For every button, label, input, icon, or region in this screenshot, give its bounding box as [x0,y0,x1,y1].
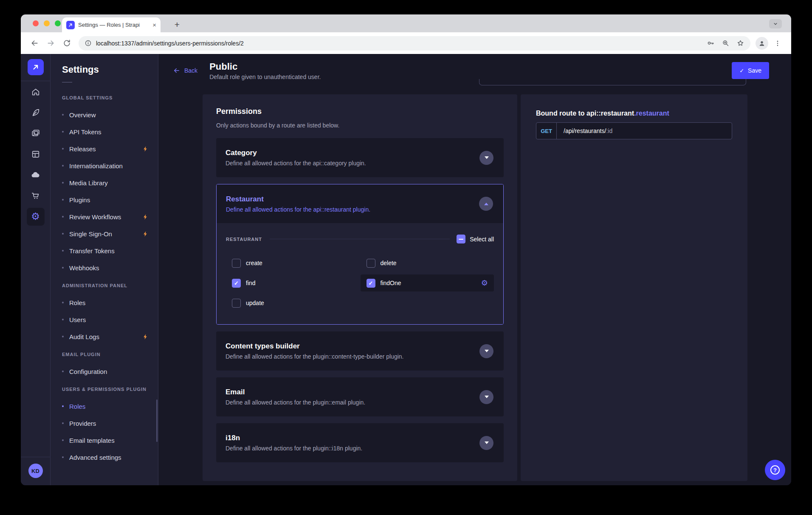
forward-icon[interactable] [44,37,57,50]
chevron-down-icon[interactable] [479,151,493,165]
browser-menu-icon[interactable] [771,37,784,50]
checkbox-unchecked[interactable] [367,259,375,268]
reload-icon[interactable] [60,37,73,50]
sidebar-item-plugins[interactable]: Plugins [51,191,158,208]
accordion-description: Define all allowed actions for the api::… [226,160,479,167]
bullet-icon [62,456,64,458]
sidebar-item-api-tokens[interactable]: API Tokens [51,123,158,140]
lightning-icon [142,334,149,340]
accordion-category-header[interactable]: Category Define all allowed actions for … [216,138,504,177]
browser-profile-icon[interactable] [756,37,768,50]
close-window-button[interactable] [33,20,39,26]
accordion-ctb-header[interactable]: Content types builder Define all allowed… [216,331,504,371]
sidebar-item-audit-logs[interactable]: Audit Logs [51,328,158,345]
route-path-main: /api/restaurants/ [564,127,606,134]
maximize-window-button[interactable] [55,20,61,26]
site-info-icon[interactable] [85,40,92,47]
settings-gear-icon[interactable]: ⚙ [21,206,51,227]
checkbox-checked[interactable]: ✓ [367,279,375,288]
sidebar-item-overview[interactable]: Overview [51,106,158,123]
home-icon[interactable] [21,81,51,102]
sidebar-item-webhooks[interactable]: Webhooks [51,259,158,276]
action-delete[interactable]: delete [361,255,494,272]
accordion-email-header[interactable]: Email Define all allowed actions for the… [216,377,504,416]
strapi-logo-icon[interactable] [28,59,44,75]
save-button[interactable]: ✓ Save [732,62,769,79]
sidebar-item-admin-roles[interactable]: Roles [51,294,158,311]
sidebar-item-media-library[interactable]: Media Library [51,174,158,191]
accordion-title: Restaurant [226,195,479,204]
url-field[interactable]: localhost:1337/admin/settings/users-perm… [79,36,750,51]
gear-icon[interactable]: ⚙ [481,278,488,288]
chevron-down-icon[interactable] [479,436,493,450]
sidebar-item-transfer-tokens[interactable]: Transfer Tokens [51,242,158,259]
bullet-icon [62,131,64,133]
accordion-restaurant-header[interactable]: Restaurant Define all allowed actions fo… [217,184,503,223]
sidebar-item-label: Roles [69,299,85,306]
accordion-i18n-header[interactable]: i18n Define all allowed actions for the … [216,423,504,462]
route-path: /api/restaurants/:id [557,127,612,134]
bullet-icon [62,250,64,252]
browser-window: Settings — Roles | Strapi × + [21,14,791,485]
back-icon[interactable] [28,37,41,50]
chevron-up-icon[interactable] [479,197,493,211]
sidebar-item-review-workflows[interactable]: Review Workflows [51,208,158,225]
settings-subnav: Settings GLOBAL SETTINGS Overview API To… [51,54,158,485]
scrolled-input-bottom-edge [479,79,746,85]
permissions-subtitle: Only actions bound by a route are listed… [216,122,504,129]
action-find[interactable]: ✓ find [226,274,360,291]
user-avatar[interactable]: KD [28,464,43,478]
zoom-icon[interactable] [722,39,730,47]
checkbox-checked[interactable]: ✓ [232,279,241,288]
sidebar-item-providers[interactable]: Providers [51,415,158,432]
sidebar-item-email-templates[interactable]: Email templates [51,432,158,449]
window-controls[interactable] [33,20,61,26]
sidebar-item-admin-users[interactable]: Users [51,311,158,328]
new-tab-button[interactable]: + [171,18,183,31]
subnav-divider [62,82,72,82]
sidebar-item-single-sign-on[interactable]: Single Sign-On [51,225,158,242]
page-subtitle: Default role given to unauthenticated us… [209,74,321,80]
sidebar-item-internationalization[interactable]: Internationalization [51,157,158,174]
tab-close-icon[interactable]: × [152,21,156,28]
subnav-scrollbar[interactable] [156,399,158,442]
checkbox-unchecked[interactable] [232,259,241,268]
media-library-icon[interactable] [21,123,51,144]
accordion-title: Content types builder [226,342,479,351]
sidebar-item-up-roles[interactable]: Roles [51,398,158,415]
marketplace-cart-icon[interactable] [21,185,51,206]
browser-toolbar: localhost:1337/admin/settings/users-perm… [21,32,791,54]
accordion-titles: Category Define all allowed actions for … [226,149,479,167]
select-all-checkbox[interactable] [457,235,465,243]
bullet-icon [62,439,64,441]
url-text[interactable]: localhost:1337/admin/settings/users-perm… [96,40,702,47]
sidebar-item-label: Media Library [69,179,108,187]
minimize-window-button[interactable] [44,20,50,26]
cloud-icon[interactable] [21,164,51,185]
accordion-description: Define all allowed actions for the plugi… [226,445,479,452]
checkbox-unchecked[interactable] [232,299,241,308]
browser-tab[interactable]: Settings — Roles | Strapi × [62,17,161,32]
sidebar-item-label: Configuration [69,368,107,375]
sidebar-item-advanced-settings[interactable]: Advanced settings [51,449,158,466]
select-all-control[interactable]: Select all [457,235,494,243]
tab-search-chevron-icon[interactable] [769,19,782,28]
content-manager-feather-icon[interactable] [21,102,51,123]
help-button[interactable]: ? [765,460,785,480]
chevron-down-icon[interactable] [479,344,493,358]
section-label-email-plugin: EMAIL PLUGIN [62,352,147,357]
chevron-down-icon[interactable] [479,390,493,404]
sidebar-item-releases[interactable]: Releases [51,140,158,157]
bullet-icon [62,148,64,150]
sidebar-item-configuration[interactable]: Configuration [51,363,158,380]
action-findone[interactable]: ✓ findOne ⚙ [361,274,494,291]
bookmark-star-icon[interactable] [736,39,744,47]
password-key-icon[interactable] [707,39,715,47]
bound-route-heading: Bound route to api::restaurant.restauran… [536,110,732,117]
action-create[interactable]: create [226,255,360,272]
back-link[interactable]: Back [173,67,197,74]
action-update[interactable]: update [226,294,360,311]
permissions-title: Permissions [216,107,504,116]
accordion-titles: Email Define all allowed actions for the… [226,388,479,406]
content-type-builder-icon[interactable] [21,144,51,164]
